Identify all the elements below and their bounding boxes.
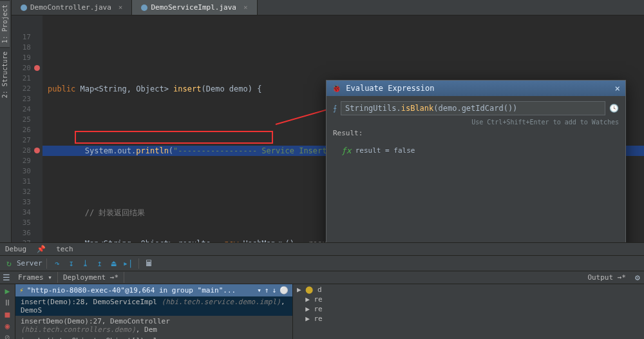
dialog-titlebar[interactable]: 🐞 Evaluate Expression × — [327, 81, 625, 96]
editor-tabs: DemoController.java × DemoServiceImpl.ja… — [12, 0, 644, 15]
gutter[interactable]: 1718192021222324252627282930313233343536… — [12, 15, 43, 242]
close-icon[interactable]: × — [243, 3, 248, 12]
stop-icon[interactable]: ■ — [1, 309, 14, 319]
debug-icon: 🐞 — [332, 84, 341, 93]
thread-icon: ⚡ — [19, 286, 24, 295]
tab-debug[interactable]: Debug — [3, 244, 29, 255]
frames-panel[interactable]: ⚡ "http-nio-8080-exec-40"@19,664 in grou… — [15, 284, 292, 339]
history-icon[interactable]: 🕓 — [609, 104, 619, 113]
run-to-cursor-icon[interactable]: ▸| — [122, 257, 135, 270]
prev-frame-icon[interactable]: ↑ — [265, 286, 269, 295]
frames-tab[interactable]: Frames ▾ — [13, 272, 58, 283]
stack-frame[interactable]: insertDemo(Demo):27, DemoController (hbi… — [15, 316, 292, 335]
dialog-title: Evaluate Expression — [346, 84, 434, 93]
result-label: Result: — [333, 129, 619, 137]
tab-demo-controller[interactable]: DemoController.java × — [12, 0, 132, 15]
dialog-hint: Use Ctrl+Shift+Enter to add to Watches — [333, 119, 619, 126]
debug-left-toolbar: ▶ ⏸ ■ ◉ ⊘ — [0, 284, 15, 339]
restore-layout-icon[interactable]: ☰ — [0, 271, 13, 284]
mute-breakpoints-icon[interactable]: ⊘ — [1, 333, 14, 339]
output-panel[interactable]: ▶ ⬤ d ▶ re ▶ re ▶ re — [292, 284, 644, 339]
java-class-icon — [141, 5, 147, 11]
step-out-icon[interactable]: ↥ — [93, 257, 106, 270]
thread-selector[interactable]: ⚡ "http-nio-8080-exec-40"@19,664 in grou… — [15, 284, 292, 296]
pin-icon[interactable]: 📌 — [34, 244, 48, 255]
drop-frame-icon[interactable]: ⏏ — [108, 257, 120, 270]
close-icon[interactable]: × — [615, 83, 620, 93]
deployment-tab[interactable]: Deployment →* — [58, 272, 124, 283]
evaluate-expression-icon[interactable]: 🖩 — [143, 257, 156, 270]
debug-toolbar: ↻ Server ↷ ↧ ⤓ ↥ ⏏ ▸| 🖩 — [0, 256, 644, 271]
filter-icon[interactable]: ⚪ — [279, 286, 289, 295]
resume-icon[interactable]: ▶ — [1, 286, 14, 296]
stack-frame[interactable]: invoke(int, Object, Object[]):-1, DemoCo… — [15, 335, 292, 339]
result-text: result = false — [355, 146, 415, 155]
step-over-icon[interactable]: ↷ — [51, 257, 64, 270]
next-frame-icon[interactable]: ↓ — [272, 286, 276, 295]
force-step-into-icon[interactable]: ⤓ — [79, 257, 92, 270]
tab-label: DemoServiceImpl.java — [151, 3, 236, 12]
rerun-icon[interactable]: ↻ — [3, 257, 15, 270]
settings-icon[interactable]: ⚙ — [631, 271, 644, 284]
server-label[interactable]: Server — [17, 257, 43, 270]
view-breakpoints-icon[interactable]: ◉ — [1, 321, 14, 331]
debug-tool-window: Debug 📌 tech ↻ Server ↷ ↧ ⤓ ↥ ⏏ ▸| 🖩 ☰ F… — [0, 242, 644, 339]
boolean-icon: ƒx — [341, 146, 352, 155]
java-class-icon — [21, 5, 27, 11]
step-into-icon[interactable]: ↧ — [65, 257, 78, 270]
tab-label: DemoController.java — [30, 3, 111, 12]
thread-name: "http-nio-8080-exec-40"@19,664 in group … — [27, 286, 236, 295]
stack-frame[interactable]: insert(Demo):28, DemoServiceImpl (hbi.te… — [15, 296, 292, 316]
debug-tabs: Debug 📌 tech — [0, 243, 644, 256]
result-row[interactable]: ƒx result = false — [336, 144, 616, 157]
pause-icon[interactable]: ⏸ — [1, 298, 14, 307]
side-tab-structure[interactable]: 2: Structure — [0, 47, 10, 102]
side-tab-project[interactable]: 1: Project — [0, 0, 10, 47]
close-icon[interactable]: × — [118, 3, 123, 12]
left-tool-stripe: 1: Project 2: Structure — [0, 0, 12, 242]
expression-input[interactable]: StringUtils.isBlank(demo.getIdCard()) — [341, 101, 605, 115]
tab-tech[interactable]: tech — [53, 244, 76, 255]
debug-subtabs: ☰ Frames ▾ Deployment →* Output →* ⚙ — [0, 271, 644, 284]
tab-demo-service-impl[interactable]: DemoServiceImpl.java × — [132, 0, 257, 15]
output-tab[interactable]: Output →* — [582, 272, 631, 283]
expression-icon: ⨍ — [333, 104, 337, 113]
